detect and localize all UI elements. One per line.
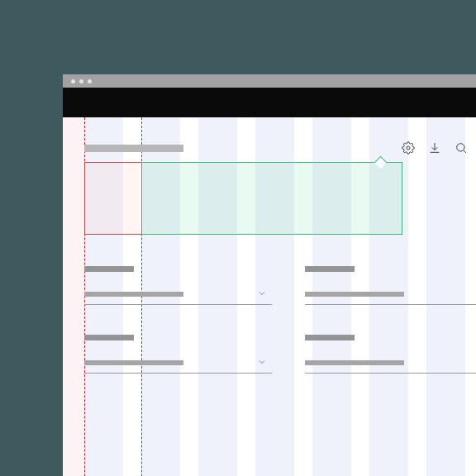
form-grid [84,266,476,374]
app-topbar [63,88,476,117]
page-title [84,145,183,152]
field-value [84,360,183,365]
field-label [305,335,355,340]
select-input[interactable] [84,352,272,374]
text-input[interactable] [305,352,476,374]
window-dot [88,79,92,83]
svg-line-2 [464,150,466,153]
form-field [305,335,476,374]
chevron-down-icon [257,355,267,370]
download-icon[interactable] [428,141,441,155]
svg-point-1 [457,144,464,151]
window-titlebar [63,74,476,88]
overlap-region [84,162,141,235]
field-value [305,360,404,365]
text-input[interactable] [305,283,476,305]
field-label [84,335,134,340]
page-header [63,139,476,157]
field-value [305,292,404,297]
header-actions [402,139,468,157]
form-field [84,266,272,305]
app-window [63,74,476,476]
safe-content-region [141,162,402,235]
svg-point-0 [407,146,410,150]
form-field [84,335,272,374]
window-dot [71,79,75,83]
field-label [84,266,134,272]
window-dot [79,79,83,83]
gear-icon[interactable] [402,141,415,155]
search-icon[interactable] [455,141,468,155]
chevron-down-icon [257,287,267,302]
field-label [305,266,355,272]
form-field [305,266,476,305]
app-content [63,117,476,476]
field-value [84,292,183,297]
select-input[interactable] [84,283,272,305]
